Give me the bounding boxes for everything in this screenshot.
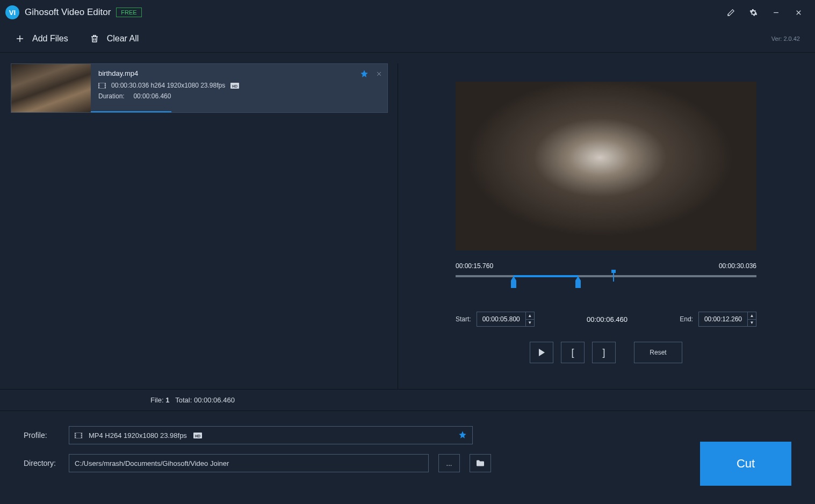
svg-rect-18 — [75, 435, 76, 436]
end-step-down[interactable]: ▼ — [748, 320, 756, 327]
close-button[interactable] — [787, 3, 810, 21]
svg-rect-7 — [98, 85, 99, 86]
end-stepper: ▲ ▼ — [747, 312, 756, 326]
end-field: 00:00:12.260 ▲ ▼ — [698, 312, 756, 327]
play-button[interactable] — [530, 342, 553, 363]
start-step-up[interactable]: ▲ — [526, 312, 534, 320]
play-controls: [ ] Reset — [456, 342, 756, 363]
film-icon — [75, 433, 82, 438]
svg-rect-21 — [81, 435, 82, 436]
svg-rect-17 — [75, 433, 76, 434]
video-preview[interactable] — [456, 82, 756, 250]
profile-label: Profile: — [24, 431, 59, 440]
start-time-group: Start: 00:00:05.800 ▲ ▼ — [456, 312, 535, 327]
remove-file-button[interactable] — [376, 70, 382, 78]
svg-rect-9 — [105, 83, 106, 84]
clear-all-label: Clear All — [107, 34, 139, 44]
free-badge: FREE — [116, 8, 141, 17]
scrub-bar[interactable] — [456, 274, 756, 290]
file-thumbnail — [11, 64, 91, 112]
bracket-open-icon: [ — [571, 347, 574, 358]
svg-rect-10 — [105, 85, 106, 86]
dir-open-label: ... — [446, 459, 452, 467]
directory-row: Directory: C:/Users/mrash/Documents/Giho… — [24, 454, 791, 472]
playhead[interactable] — [613, 272, 614, 282]
svg-text:HD: HD — [195, 434, 200, 437]
status-bar: File: 1 Total: 00:00:06.460 — [0, 389, 815, 411]
svg-rect-8 — [98, 87, 99, 88]
file-duration: Duration: 00:00:06.460 — [98, 92, 380, 100]
film-icon — [98, 83, 106, 89]
gear-icon[interactable] — [742, 3, 764, 21]
add-files-label: Add Files — [32, 34, 68, 44]
footer: Profile: MP4 H264 1920x1080 23.98fps HD … — [0, 411, 815, 492]
svg-rect-20 — [81, 433, 82, 434]
panel-divider — [398, 63, 398, 389]
minimize-button[interactable] — [764, 3, 787, 21]
mark-in-button[interactable]: [ — [561, 342, 585, 363]
end-value[interactable]: 00:00:12.260 — [699, 312, 747, 326]
star-icon[interactable] — [360, 69, 369, 80]
profile-value: MP4 H264 1920x1080 23.98fps — [89, 431, 187, 440]
file-name: birthday.mp4 — [98, 69, 380, 77]
edit-icon[interactable] — [719, 3, 742, 21]
file-meta: 00:00:30.036 h264 1920x1080 23.98fps HD — [98, 82, 380, 89]
mark-out-button[interactable]: ] — [592, 342, 616, 363]
selection-range — [514, 275, 578, 277]
file-duration-label: Duration: — [98, 92, 125, 100]
file-list-panel: birthday.mp4 00:00:30.036 h264 1920x1080… — [11, 63, 388, 389]
hd-icon: HD — [230, 83, 239, 89]
version-label: Ver: 2.0.42 — [771, 35, 800, 42]
end-step-up[interactable]: ▲ — [748, 312, 756, 320]
time-inputs: Start: 00:00:05.800 ▲ ▼ 00:00:06.460 End… — [456, 312, 756, 327]
start-value[interactable]: 00:00:05.800 — [477, 312, 525, 326]
svg-rect-19 — [75, 436, 76, 437]
directory-label: Directory: — [24, 459, 59, 467]
start-label: Start: — [456, 315, 471, 323]
cut-label: Cut — [737, 457, 755, 471]
timeline: 00:00:15.760 00:00:30.036 — [456, 262, 756, 290]
selection-duration: 00:00:06.460 — [587, 315, 628, 323]
directory-open-button[interactable]: ... — [438, 454, 460, 472]
svg-text:HD: HD — [232, 84, 237, 88]
start-field: 00:00:05.800 ▲ ▼ — [477, 312, 535, 327]
add-files-button[interactable]: Add Files — [15, 34, 68, 44]
end-handle[interactable] — [575, 280, 581, 288]
play-icon — [538, 348, 545, 357]
clear-all-button[interactable]: Clear All — [90, 34, 139, 44]
file-item[interactable]: birthday.mp4 00:00:30.036 h264 1920x1080… — [11, 63, 388, 113]
file-progress — [91, 111, 171, 112]
star-icon[interactable] — [458, 430, 467, 441]
start-stepper: ▲ ▼ — [525, 312, 534, 326]
profile-field[interactable]: MP4 H264 1920x1080 23.98fps HD — [69, 426, 473, 444]
app-logo: VI — [5, 5, 19, 19]
start-step-down[interactable]: ▼ — [526, 320, 534, 327]
titlebar: VI Gihosoft Video Editor FREE — [0, 0, 815, 25]
profile-row: Profile: MP4 H264 1920x1080 23.98fps HD — [24, 426, 791, 444]
total-time: 00:00:30.036 — [719, 262, 756, 270]
cut-button[interactable]: Cut — [700, 442, 791, 486]
preview-panel: 00:00:15.760 00:00:30.036 Start: 00:00:0… — [408, 63, 804, 389]
status-total-label: Total: — [175, 396, 192, 404]
toolbar: Add Files Clear All Ver: 2.0.42 — [0, 25, 815, 53]
file-duration-value: 00:00:06.460 — [133, 92, 171, 100]
start-handle[interactable] — [511, 280, 516, 288]
directory-browse-button[interactable] — [470, 454, 491, 472]
end-label: End: — [680, 315, 693, 323]
svg-rect-22 — [81, 436, 82, 437]
track — [456, 275, 756, 277]
logo-text: VI — [9, 9, 16, 17]
trash-icon — [90, 34, 99, 44]
plus-icon — [15, 34, 25, 44]
reset-button[interactable]: Reset — [634, 342, 682, 363]
main-area: birthday.mp4 00:00:30.036 h264 1920x1080… — [0, 53, 815, 389]
directory-field[interactable]: C:/Users/mrash/Documents/Gihosoft/Video … — [69, 454, 429, 472]
file-info: birthday.mp4 00:00:30.036 h264 1920x1080… — [91, 64, 387, 112]
directory-value: C:/Users/mrash/Documents/Gihosoft/Video … — [75, 459, 229, 467]
svg-rect-11 — [105, 87, 106, 88]
current-time: 00:00:15.760 — [456, 262, 493, 270]
status-file-count: 1 — [165, 396, 169, 404]
svg-rect-6 — [98, 83, 99, 84]
end-time-group: End: 00:00:12.260 ▲ ▼ — [680, 312, 756, 327]
status-file-label: File: — [150, 396, 164, 404]
